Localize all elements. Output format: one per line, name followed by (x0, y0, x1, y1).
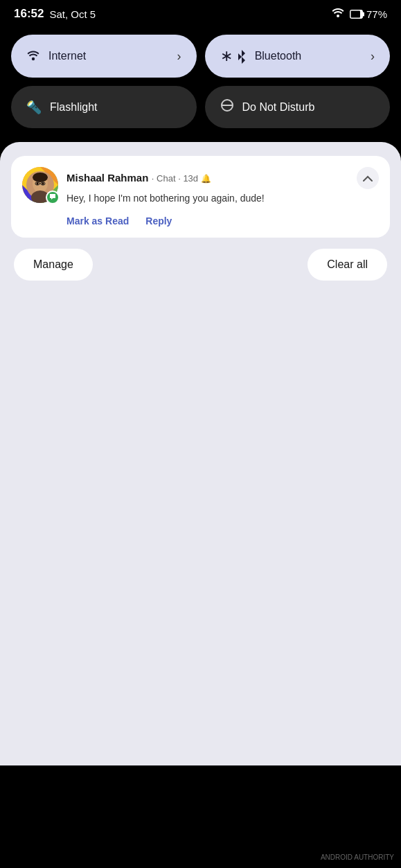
panel-actions: Manage Clear all (11, 249, 390, 281)
flashlight-tile-label: Flashlight (50, 101, 181, 114)
notification-message: Hey, I hope I'm not bothering you again,… (66, 192, 379, 206)
bluetooth-tile-label: Bluetooth (255, 50, 362, 62)
internet-tile-label: Internet (48, 50, 169, 62)
sender-name: Mishaal Rahman (66, 172, 148, 184)
manage-button[interactable]: Manage (14, 249, 93, 281)
dnd-tile[interactable]: Do Not Disturb (205, 86, 391, 128)
notification-meta: · Chat · 13d 🔔 (152, 173, 211, 184)
notification-actions: Mark as Read Reply (66, 215, 379, 227)
status-bar: 16:52 Sat, Oct 5 77% (0, 0, 401, 26)
time-display: 16:52 (14, 7, 44, 21)
bluetooth-chevron-icon: › (371, 49, 375, 64)
internet-chevron-icon: › (177, 49, 181, 64)
internet-tile[interactable]: Internet › (11, 35, 197, 78)
chat-badge-icon (49, 193, 56, 202)
svg-rect-2 (350, 10, 360, 17)
notification-panel: Mishaal Rahman · Chat · 13d 🔔 Hey, I hop… (0, 142, 401, 765)
sender-avatar-container (22, 167, 58, 203)
dnd-tile-label: Do Not Disturb (242, 101, 375, 114)
reply-button[interactable]: Reply (145, 215, 172, 227)
bell-icon: 🔔 (201, 174, 211, 184)
svg-rect-3 (362, 12, 364, 16)
notification-title-group: Mishaal Rahman · Chat · 13d 🔔 (66, 172, 211, 184)
home-indicator[interactable] (159, 848, 242, 851)
battery-percentage: 77% (366, 8, 387, 20)
svg-point-0 (337, 15, 339, 17)
collapse-button[interactable] (357, 167, 379, 189)
svg-point-11 (37, 182, 39, 185)
notification-header: Mishaal Rahman · Chat · 13d 🔔 Hey, I hop… (22, 167, 379, 227)
bluetooth-tile-icon: ∗ (220, 47, 247, 65)
notification-card: Mishaal Rahman · Chat · 13d 🔔 Hey, I hop… (11, 156, 390, 238)
status-left: 16:52 Sat, Oct 5 (14, 7, 96, 21)
app-badge (46, 191, 60, 204)
dnd-tile-icon (220, 98, 234, 116)
watermark: ANDROID AUTHORITY (321, 853, 394, 861)
svg-point-10 (33, 172, 48, 182)
clear-all-button[interactable]: Clear all (308, 249, 387, 281)
bluetooth-tile[interactable]: ∗ Bluetooth › (205, 35, 391, 78)
svg-point-4 (32, 57, 35, 60)
notification-title-row: Mishaal Rahman · Chat · 13d 🔔 (66, 167, 379, 189)
mark-as-read-button[interactable]: Mark as Read (66, 215, 129, 227)
wifi-status-icon (332, 8, 344, 20)
flashlight-tile[interactable]: 🔦 Flashlight (11, 86, 197, 128)
date-display: Sat, Oct 5 (49, 8, 96, 20)
wifi-tile-icon (26, 48, 40, 64)
flashlight-tile-icon: 🔦 (26, 100, 42, 115)
svg-point-12 (42, 182, 44, 185)
notification-content: Mishaal Rahman · Chat · 13d 🔔 Hey, I hop… (66, 167, 379, 227)
battery-icon: 77% (350, 8, 387, 20)
status-right: 77% (332, 8, 387, 20)
quick-tiles-grid: Internet › ∗ Bluetooth › 🔦 Flashlight Do… (0, 26, 401, 136)
